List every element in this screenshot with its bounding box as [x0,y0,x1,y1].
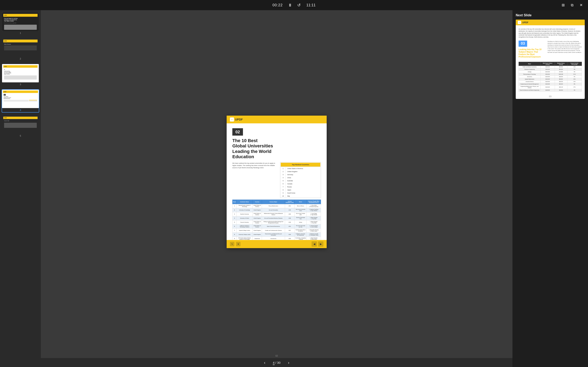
updf-logo: U UPDF [230,117,243,122]
slide-thumb-2[interactable]: UPDF Table of Contents 2 [2,38,39,61]
main-slide-frame: U UPDF 02 The 10 Best Global Universitie… [227,116,294,184]
ranked-country-row: 4China [281,176,294,179]
updf-brand: UPDF [235,118,243,121]
slide-number: 02 [232,128,243,136]
top-bar: 00:22 ⏸ ↺ 11:11 ⊞ ⧉ ✕ [0,0,294,10]
ranked-country-row: 6Canada [281,183,294,184]
slide-thumb-4[interactable]: UPDF 02 The 10 BestGlobal UniversitiesWo… [2,89,39,113]
slide-body-layout: We have outlined the top-ranked universi… [232,162,294,184]
ranked-countries-table: Top Ranked Countries 1United States of A… [280,162,294,184]
ranked-country-row: 5Australia [281,179,294,182]
updf-logo-icon: U [230,117,234,122]
slide-header: U UPDF [227,116,294,123]
thumb-3-label: 3 [2,82,39,86]
slide-thumb-3[interactable]: UPDF 01 Understandingthe Need to ApplyIn… [2,64,39,87]
ranked-country-row: 3Germany [281,173,294,176]
thumb-1-label: 1 [2,31,39,35]
playback-controls: ⏸ ↺ [287,2,294,8]
center-area: U UPDF 02 The 10 Best Global Universitie… [41,10,294,184]
slide-container: U UPDF 02 The 10 Best Global Universitie… [41,10,294,184]
ranked-country-row: 1United States of America [281,167,294,170]
main-layout: UPDF Find and Apply For the BestInstitut… [0,10,294,184]
thumb-4-label: 4 [2,108,39,112]
slide-thumb-5[interactable]: UPDF Content slide 5 [2,115,39,138]
timer-left: 00:22 [272,3,283,7]
slide-left-col: We have outlined the top-ranked universi… [232,162,277,171]
thumb-2-label: 2 [2,57,39,61]
slide-thumb-1[interactable]: UPDF Find and Apply For the BestInstitut… [2,12,39,35]
slide-right-col: Top Ranked Countries 1United States of A… [280,162,294,184]
ranked-country-row: 2United Kingdom [281,170,294,173]
slide-content: 02 The 10 Best Global Universities Leadi… [227,123,294,184]
thumb-5-label: 5 [2,134,39,138]
slide-main-title: The 10 Best Global Universities Leading … [232,138,294,160]
sidebar: UPDF Find and Apply For the BestInstitut… [0,10,41,184]
pause-button[interactable]: ⏸ [287,2,293,8]
slide-description: We have outlined the top-ranked universi… [232,162,277,169]
ranked-table-header: Top Ranked Countries [281,163,294,167]
